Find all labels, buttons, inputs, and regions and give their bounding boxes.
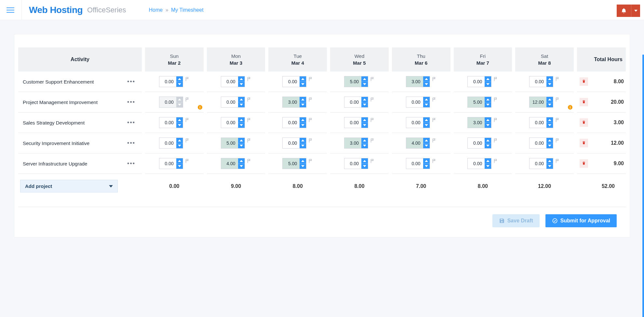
hour-input[interactable]: 3.00 — [406, 76, 430, 87]
row-menu-button[interactable]: ••• — [125, 160, 137, 167]
hour-spinner[interactable] — [546, 97, 553, 107]
decrement-button[interactable] — [238, 143, 245, 149]
note-flag-icon[interactable] — [247, 138, 251, 143]
hour-spinner[interactable] — [485, 138, 491, 148]
hour-input[interactable]: 5.00 — [282, 158, 306, 169]
delete-row-button[interactable] — [580, 118, 588, 127]
hour-spinner[interactable] — [300, 158, 306, 169]
decrement-button[interactable] — [485, 102, 491, 108]
hour-spinner[interactable] — [176, 76, 183, 87]
hour-input[interactable]: 5.00 — [344, 76, 368, 87]
increment-button[interactable] — [238, 138, 245, 143]
increment-button[interactable] — [546, 117, 553, 123]
decrement-button[interactable] — [485, 164, 491, 169]
hour-spinner[interactable] — [546, 138, 553, 148]
row-menu-button[interactable]: ••• — [125, 140, 137, 147]
decrement-button[interactable] — [423, 143, 430, 149]
note-flag-icon[interactable] — [493, 159, 498, 163]
decrement-button[interactable] — [546, 82, 553, 87]
note-flag-icon[interactable] — [555, 159, 560, 163]
increment-button[interactable] — [361, 138, 368, 143]
note-flag-icon[interactable] — [555, 138, 560, 143]
note-flag-icon[interactable] — [370, 77, 375, 81]
hour-input[interactable]: 0.00 — [282, 117, 306, 128]
hour-input[interactable]: 12.00 — [529, 97, 553, 108]
decrement-button[interactable] — [176, 164, 183, 169]
note-flag-icon[interactable] — [432, 159, 436, 163]
note-flag-icon[interactable] — [185, 138, 190, 143]
increment-button[interactable] — [300, 158, 306, 164]
increment-button[interactable] — [300, 76, 306, 82]
decrement-button[interactable] — [300, 102, 306, 108]
decrement-button[interactable] — [423, 82, 430, 87]
note-flag-icon[interactable] — [370, 138, 375, 143]
scrollbar-indicator[interactable] — [642, 55, 644, 317]
increment-button[interactable] — [238, 76, 245, 82]
hour-spinner[interactable] — [485, 158, 491, 169]
hour-input[interactable]: 3.00 — [344, 138, 368, 149]
decrement-button[interactable] — [423, 164, 430, 169]
delete-row-button[interactable] — [580, 77, 588, 86]
hour-spinner[interactable] — [176, 117, 183, 128]
decrement-button[interactable] — [423, 102, 430, 108]
hour-spinner[interactable] — [423, 158, 430, 169]
note-flag-icon[interactable] — [493, 118, 498, 122]
decrement-button[interactable] — [546, 102, 553, 108]
note-flag-icon[interactable] — [308, 159, 313, 163]
decrement-button[interactable] — [485, 123, 491, 128]
hour-input[interactable]: 0.00 — [467, 158, 491, 169]
hour-input[interactable]: 0.00 — [282, 76, 306, 87]
increment-button[interactable] — [485, 158, 491, 164]
decrement-button[interactable] — [546, 143, 553, 149]
note-flag-icon[interactable] — [185, 97, 190, 102]
hour-spinner[interactable] — [361, 138, 368, 148]
note-flag-icon[interactable] — [247, 118, 251, 122]
hour-input[interactable]: 0.00 — [467, 76, 491, 87]
increment-button[interactable] — [238, 117, 245, 123]
increment-button[interactable] — [423, 76, 430, 82]
hour-input[interactable]: 0.00 — [344, 117, 368, 128]
decrement-button[interactable] — [300, 143, 306, 149]
hour-spinner[interactable] — [361, 76, 368, 87]
hour-input[interactable]: 0.00 — [406, 117, 430, 128]
note-flag-icon[interactable] — [185, 118, 190, 122]
note-flag-icon[interactable] — [493, 97, 498, 102]
increment-button[interactable] — [300, 117, 306, 123]
hour-spinner[interactable] — [423, 97, 430, 107]
increment-button[interactable] — [176, 76, 183, 82]
hour-input[interactable]: 4.00 — [406, 138, 430, 149]
note-flag-icon[interactable] — [185, 159, 190, 163]
note-flag-icon[interactable] — [432, 97, 436, 102]
decrement-button[interactable] — [546, 123, 553, 128]
hour-input[interactable]: 3.00 — [467, 117, 491, 128]
hour-spinner[interactable] — [546, 158, 553, 169]
note-flag-icon[interactable] — [308, 77, 313, 81]
increment-button[interactable] — [423, 117, 430, 123]
hour-input[interactable]: 0.00 — [344, 158, 368, 169]
hour-input[interactable]: 0.00 — [221, 76, 245, 87]
hour-spinner[interactable] — [238, 138, 245, 148]
note-flag-icon[interactable] — [493, 77, 498, 81]
hour-input[interactable]: 0.00 — [344, 97, 368, 108]
hour-spinner[interactable] — [238, 158, 245, 169]
hour-spinner[interactable] — [485, 76, 491, 87]
hour-input[interactable]: 0.00 — [529, 158, 553, 169]
hour-spinner[interactable] — [423, 138, 430, 148]
save-draft-button[interactable]: Save Draft — [492, 214, 540, 227]
hour-input[interactable]: 3.00 — [282, 97, 306, 108]
increment-button[interactable] — [423, 138, 430, 143]
increment-button[interactable] — [485, 138, 491, 143]
hour-input[interactable]: 0.00 — [467, 138, 491, 149]
hour-spinner[interactable] — [485, 97, 491, 107]
increment-button[interactable] — [361, 117, 368, 123]
note-flag-icon[interactable] — [308, 118, 313, 122]
increment-button[interactable] — [423, 158, 430, 164]
hour-input[interactable]: 0.00 — [406, 158, 430, 169]
increment-button[interactable] — [176, 138, 183, 143]
note-flag-icon[interactable] — [247, 97, 251, 102]
note-flag-icon[interactable] — [432, 118, 436, 122]
note-flag-icon[interactable] — [247, 77, 251, 81]
decrement-button[interactable] — [361, 143, 368, 149]
note-flag-icon[interactable] — [370, 159, 375, 163]
decrement-button[interactable] — [423, 123, 430, 128]
